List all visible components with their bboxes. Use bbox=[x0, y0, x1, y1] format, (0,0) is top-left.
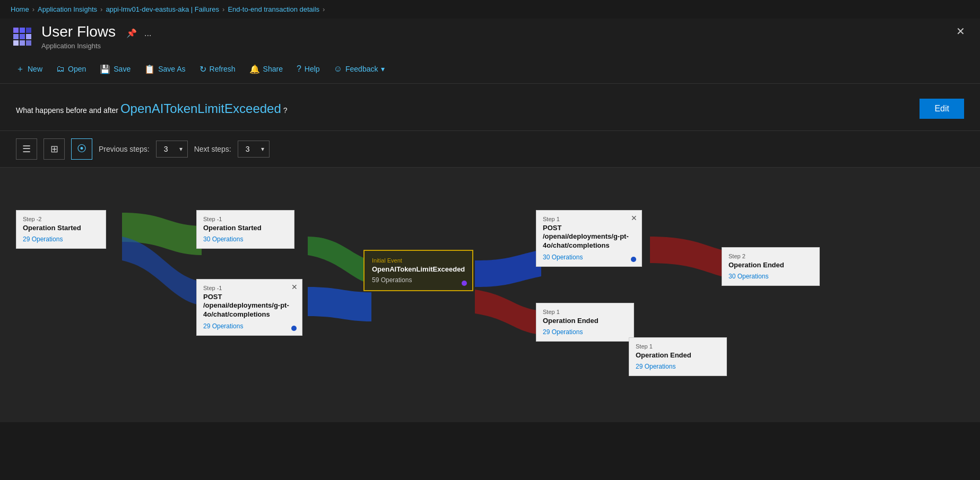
op-ended-step-count: 29 Operations bbox=[636, 363, 720, 370]
breadcrumb-detail[interactable]: End-to-end transaction details bbox=[228, 5, 319, 13]
previous-steps-label: Previous steps: bbox=[99, 145, 150, 153]
new-button[interactable]: ＋ New bbox=[11, 60, 48, 78]
query-prefix: What happens before and after bbox=[16, 106, 120, 115]
initial-event-name: OpenAITokenLimitExceeded bbox=[372, 265, 465, 273]
controls-bar: ☰ ⊞ ⦿ Previous steps: 3 1 2 4 5 ▾ Next s… bbox=[0, 131, 980, 168]
query-display: What happens before and after OpenAIToke… bbox=[16, 101, 287, 116]
more-button[interactable]: ... bbox=[141, 27, 154, 40]
save-button[interactable]: 💾 Save bbox=[94, 61, 136, 77]
feedback-label: Feedback bbox=[345, 65, 378, 73]
next-steps-dropdown-wrap: 3 1 2 4 5 ▾ bbox=[238, 141, 270, 158]
op-ended-step-label: Step 1 bbox=[636, 343, 720, 350]
step1b-count: 29 Operations bbox=[543, 328, 627, 336]
node-step1-b[interactable]: Step 1 Operation Ended 29 Operations bbox=[536, 303, 634, 342]
previous-steps-dropdown-wrap: 3 1 2 4 5 ▾ bbox=[156, 141, 188, 158]
open-icon: 🗂 bbox=[56, 64, 65, 74]
query-section: What happens before and after OpenAIToke… bbox=[0, 84, 980, 131]
share-label: Share bbox=[263, 65, 283, 73]
step-neg2-count: 29 Operations bbox=[23, 235, 99, 243]
node-step1-a[interactable]: ✕ Step 1 POST /openai/deployments/g-pt-4… bbox=[536, 210, 642, 267]
step-neg1b-count: 29 Operations bbox=[203, 322, 296, 330]
step-neg1b-dot bbox=[291, 326, 297, 331]
initial-event-count: 59 Operations bbox=[372, 276, 465, 284]
header-actions: 📌 ... bbox=[123, 26, 154, 40]
next-steps-select[interactable]: 3 1 2 4 5 bbox=[238, 141, 270, 158]
step1b-op: Operation Ended bbox=[543, 317, 627, 326]
feedback-chevron-icon: ▾ bbox=[381, 65, 385, 73]
step1b-label: Step 1 bbox=[543, 309, 627, 315]
refresh-label: Refresh bbox=[210, 65, 236, 73]
step1a-count: 30 Operations bbox=[543, 254, 635, 261]
flow-svg bbox=[0, 168, 980, 422]
help-button[interactable]: ? Help bbox=[291, 61, 325, 77]
step-neg1a-count: 30 Operations bbox=[203, 235, 288, 243]
feedback-icon: ☺ bbox=[334, 64, 342, 74]
step-neg2-label: Step -2 bbox=[23, 216, 99, 222]
open-label: Open bbox=[68, 65, 86, 73]
node-step1a-close[interactable]: ✕ bbox=[631, 214, 637, 222]
step1a-label: Step 1 bbox=[543, 216, 635, 222]
previous-steps-select[interactable]: 3 1 2 4 5 bbox=[156, 141, 188, 158]
breadcrumb-resource[interactable]: appi-lmv01-dev-eastus-aka | Failures bbox=[106, 5, 219, 13]
op-ended-step-op: Operation Ended bbox=[636, 351, 720, 360]
step-neg1b-label: Step -1 bbox=[203, 285, 296, 291]
close-button[interactable]: ✕ bbox=[952, 23, 969, 40]
node-step-neg1-b[interactable]: ✕ Step -1 POST /openai/deployments/g-pt-… bbox=[196, 279, 302, 336]
help-label: Help bbox=[305, 65, 320, 73]
view-btn-2[interactable]: ⊞ bbox=[44, 138, 65, 160]
edit-button[interactable]: Edit bbox=[920, 99, 964, 119]
node-neg1b-close[interactable]: ✕ bbox=[291, 283, 298, 291]
title-block: User Flows Application Insights bbox=[41, 23, 116, 50]
saveas-button[interactable]: 📋 Save As bbox=[139, 61, 190, 77]
save-icon: 💾 bbox=[100, 64, 110, 74]
initial-event-node[interactable]: Initial Event OpenAITokenLimitExceeded 5… bbox=[363, 250, 473, 291]
page-title: User Flows bbox=[41, 23, 116, 41]
help-icon: ? bbox=[297, 64, 301, 74]
feedback-button[interactable]: ☺ Feedback ▾ bbox=[328, 61, 391, 77]
step2-count: 30 Operations bbox=[729, 273, 813, 280]
new-icon: ＋ bbox=[16, 64, 24, 75]
app-logo bbox=[11, 25, 34, 48]
refresh-icon: ↻ bbox=[200, 64, 206, 74]
step-neg2-op: Operation Started bbox=[23, 224, 99, 233]
view-btn-3[interactable]: ⦿ bbox=[71, 138, 92, 160]
toolbar: ＋ New 🗂 Open 💾 Save 📋 Save As ↻ Refresh … bbox=[0, 57, 980, 84]
query-row: What happens before and after OpenAIToke… bbox=[16, 99, 964, 119]
step-neg1b-op: POST /openai/deployments/g-pt-4o/chat/co… bbox=[203, 293, 296, 320]
flow-area: Step -2 Operation Started 29 Operations … bbox=[0, 168, 980, 422]
node-step-neg2[interactable]: Step -2 Operation Started 29 Operations bbox=[16, 210, 106, 249]
node-op-ended-step[interactable]: Step 1 Operation Ended 29 Operations bbox=[629, 337, 727, 377]
page-subtitle: Application Insights bbox=[41, 42, 116, 50]
breadcrumb-appinsights[interactable]: Application Insights bbox=[38, 5, 97, 13]
node-step-neg1-a[interactable]: Step -1 Operation Started 30 Operations bbox=[196, 210, 294, 249]
step2-op: Operation Ended bbox=[729, 261, 813, 270]
new-label: New bbox=[28, 65, 42, 73]
share-button[interactable]: 🔔 Share bbox=[244, 61, 288, 77]
header-panel: User Flows Application Insights 📌 ... ✕ bbox=[0, 19, 980, 57]
refresh-button[interactable]: ↻ Refresh bbox=[194, 61, 241, 77]
view-btn-1[interactable]: ☰ bbox=[16, 138, 37, 160]
save-label: Save bbox=[114, 65, 131, 73]
initial-event-label: Initial Event bbox=[372, 257, 465, 264]
next-steps-label: Next steps: bbox=[194, 145, 231, 153]
step-neg1a-op: Operation Started bbox=[203, 224, 288, 233]
saveas-label: Save As bbox=[158, 65, 185, 73]
pin-button[interactable]: 📌 bbox=[123, 26, 140, 40]
node-step2[interactable]: Step 2 Operation Ended 30 Operations bbox=[722, 247, 820, 286]
query-suffix: ? bbox=[283, 106, 288, 115]
step1a-dot bbox=[631, 257, 636, 262]
breadcrumb-home[interactable]: Home bbox=[11, 5, 29, 13]
saveas-icon: 📋 bbox=[144, 64, 155, 74]
header-left: User Flows Application Insights 📌 ... bbox=[11, 23, 154, 50]
step1a-op: POST /openai/deployments/g-pt-4o/chat/co… bbox=[543, 224, 635, 251]
query-event[interactable]: OpenAITokenLimitExceeded bbox=[120, 101, 281, 116]
breadcrumb: Home › Application Insights › appi-lmv01… bbox=[0, 0, 980, 19]
step2-label: Step 2 bbox=[729, 253, 813, 259]
share-icon: 🔔 bbox=[249, 64, 260, 74]
step-neg1a-label: Step -1 bbox=[203, 216, 288, 222]
initial-dot bbox=[462, 281, 467, 286]
open-button[interactable]: 🗂 Open bbox=[51, 61, 91, 77]
